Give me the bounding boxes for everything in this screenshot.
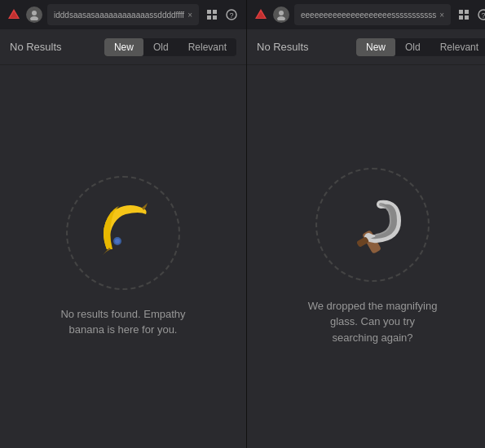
left-filter-old[interactable]: Old (143, 38, 179, 56)
svg-text:?: ? (482, 11, 485, 20)
right-filterbar: No Results New Old Relevant (247, 29, 485, 65)
left-topbar-actions: ? (204, 7, 240, 23)
right-topbar-actions: ? (456, 7, 485, 23)
left-tab-text: idddsaasasaaaaaaaaaaaassddddffff (54, 11, 184, 20)
right-panel: eeeeeeeeeeeeeeeeeeeesssssssssss × ? No R… (247, 0, 485, 448)
banana-icon (86, 196, 160, 270)
right-illustration-circle (315, 168, 430, 282)
right-layout-icon[interactable] (456, 7, 472, 23)
left-content: No results found. Empathy banana is here… (0, 65, 246, 448)
svg-rect-16 (459, 10, 463, 14)
right-filter-buttons: New Old Relevant (356, 38, 485, 56)
left-filterbar: No Results New Old Relevant (0, 29, 246, 65)
left-topbar: idddsaasasaaaaaaaaaaaassddddffff × ? (0, 0, 246, 29)
right-filter-old[interactable]: Old (395, 38, 430, 56)
left-no-results-label: No Results (10, 41, 96, 53)
right-tab-text: eeeeeeeeeeeeeeeeeeeesssssssssss (301, 11, 436, 20)
left-panel: idddsaasasaaaaaaaaaaaassddddffff × ? No … (0, 0, 247, 448)
right-content: We dropped the magnifying glass. Can you… (247, 65, 485, 448)
right-help-icon[interactable]: ? (475, 7, 485, 23)
right-empty-message: We dropped the magnifying glass. Can you… (307, 298, 438, 346)
svg-rect-7 (213, 15, 217, 20)
svg-point-11 (115, 239, 120, 244)
svg-point-3 (30, 16, 38, 20)
left-close-button[interactable]: × (187, 11, 192, 20)
right-brand-icon (254, 7, 268, 22)
right-filter-new[interactable]: New (356, 38, 395, 56)
svg-point-2 (32, 11, 37, 15)
right-tab[interactable]: eeeeeeeeeeeeeeeeeeeesssssssssss × (294, 4, 451, 25)
right-filter-relevant[interactable]: Relevant (430, 38, 485, 56)
svg-rect-19 (465, 15, 469, 20)
svg-rect-4 (207, 10, 211, 14)
right-avatar[interactable] (273, 7, 289, 23)
left-help-icon[interactable]: ? (223, 7, 240, 23)
right-no-results-label: No Results (257, 41, 348, 53)
svg-rect-5 (213, 10, 217, 14)
left-filter-new[interactable]: New (104, 38, 143, 56)
svg-point-15 (277, 16, 285, 20)
left-avatar[interactable] (26, 7, 42, 23)
left-tab[interactable]: idddsaasasaaaaaaaaaaaassddddffff × (47, 4, 199, 25)
svg-point-14 (279, 11, 284, 15)
right-topbar: eeeeeeeeeeeeeeeeeeeesssssssssss × ? (247, 0, 485, 29)
left-layout-icon[interactable] (204, 7, 220, 23)
svg-rect-18 (459, 15, 463, 20)
svg-rect-6 (207, 15, 211, 20)
svg-rect-17 (465, 10, 469, 14)
svg-text:?: ? (230, 11, 234, 20)
sickle-icon (336, 188, 409, 261)
left-filter-relevant[interactable]: Relevant (179, 38, 236, 56)
left-illustration-circle (66, 176, 180, 290)
left-filter-buttons: New Old Relevant (104, 38, 236, 56)
left-brand-icon (7, 7, 21, 22)
left-empty-message: No results found. Empathy banana is here… (58, 306, 188, 338)
right-close-button[interactable]: × (439, 11, 444, 20)
